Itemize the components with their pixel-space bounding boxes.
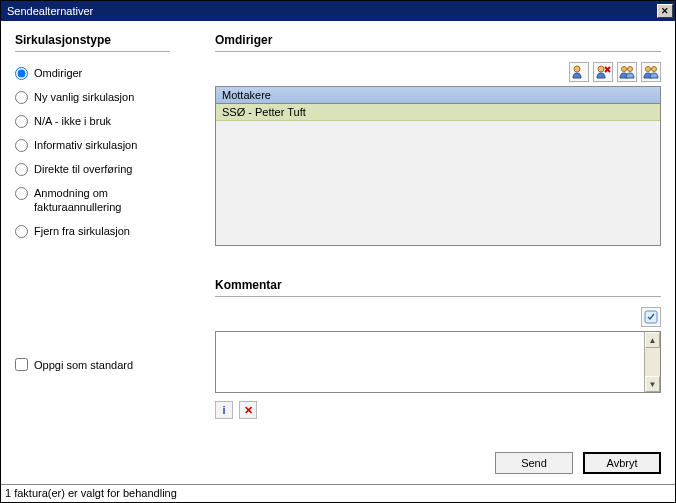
divider [215,51,661,52]
radio-label: Omdiriger [34,66,82,80]
radio-input[interactable] [15,115,28,128]
redirect-title: Omdiriger [215,33,661,47]
comment-textarea-container: ▲ ▼ [215,331,661,393]
info-button[interactable]: i [215,401,233,419]
circulation-type-group: Omdiriger Ny vanlig sirkulasjon N/A - ik… [15,66,195,238]
group-button-1[interactable] [617,62,637,82]
divider [15,51,170,52]
send-button[interactable]: Send [495,452,573,474]
comment-section: Kommentar ▲ ▼ i ✕ [215,278,661,419]
delete-button[interactable]: ✕ [239,401,257,419]
radio-label: Ny vanlig sirkulasjon [34,90,134,104]
status-bar: 1 faktura(er) er valgt for behandling [1,484,675,502]
right-panel: Omdiriger Mottakere SSØ - Petter Tuft [215,33,661,438]
radio-label: N/A - ikke i bruk [34,114,111,128]
circulation-type-title: Sirkulasjonstype [15,33,195,47]
svg-point-1 [598,66,604,72]
comment-textarea[interactable] [216,332,644,392]
radio-label: Informativ sirkulasjon [34,138,137,152]
left-panel: Sirkulasjonstype Omdiriger Ny vanlig sir… [15,33,195,438]
svg-point-0 [574,66,580,72]
radio-input[interactable] [15,67,28,80]
radio-fjern[interactable]: Fjern fra sirkulasjon [15,224,195,238]
group-button-2[interactable] [641,62,661,82]
close-icon: ✕ [661,6,669,16]
button-bar: Send Avbryt [1,446,675,484]
titlebar: Sendealternativer ✕ [1,1,675,21]
svg-point-6 [646,67,651,72]
radio-input[interactable] [15,225,28,238]
divider [215,296,661,297]
recipient-toolbar [215,62,661,82]
window-title: Sendealternativer [7,5,93,17]
dialog-window: Sendealternativer ✕ Sirkulasjonstype Omd… [0,0,676,503]
remove-user-button[interactable] [593,62,613,82]
edit-comment-button[interactable] [641,307,661,327]
radio-label: Anmodning om fakturaannullering [34,186,195,214]
scroll-up-button[interactable]: ▲ [645,332,660,348]
person-add-icon [571,64,587,80]
info-icon: i [222,404,225,416]
default-checkbox-row[interactable]: Oppgi som standard [15,358,195,371]
status-text: 1 faktura(er) er valgt for behandling [5,487,177,499]
radio-informativ[interactable]: Informativ sirkulasjon [15,138,195,152]
chevron-up-icon: ▲ [649,336,657,345]
add-user-button[interactable] [569,62,589,82]
group-icon [619,64,635,80]
radio-anmodning[interactable]: Anmodning om fakturaannullering [15,186,195,214]
radio-input[interactable] [15,187,28,200]
radio-label: Fjern fra sirkulasjon [34,224,130,238]
scroll-down-button[interactable]: ▼ [645,376,660,392]
chevron-down-icon: ▼ [649,380,657,389]
svg-point-7 [652,67,657,72]
radio-input[interactable] [15,91,28,104]
radio-direkte[interactable]: Direkte til overføring [15,162,195,176]
radio-na[interactable]: N/A - ikke i bruk [15,114,195,128]
delete-icon: ✕ [244,404,253,417]
radio-omdiriger[interactable]: Omdiriger [15,66,195,80]
close-button[interactable]: ✕ [657,4,673,18]
group-icon [643,64,659,80]
comment-toolbar [215,307,661,327]
svg-point-5 [628,67,633,72]
default-checkbox[interactable] [15,358,28,371]
radio-ny-vanlig[interactable]: Ny vanlig sirkulasjon [15,90,195,104]
radio-label: Direkte til overføring [34,162,132,176]
edit-icon [643,309,659,325]
list-header: Mottakere [216,87,660,104]
radio-input[interactable] [15,139,28,152]
comment-title: Kommentar [215,278,661,292]
recipients-list[interactable]: Mottakere SSØ - Petter Tuft [215,86,661,246]
scrollbar[interactable]: ▲ ▼ [644,332,660,392]
cancel-button[interactable]: Avbryt [583,452,661,474]
default-checkbox-label: Oppgi som standard [34,359,133,371]
content-area: Sirkulasjonstype Omdiriger Ny vanlig sir… [1,21,675,446]
list-item[interactable]: SSØ - Petter Tuft [216,104,660,121]
person-remove-icon [595,64,611,80]
radio-input[interactable] [15,163,28,176]
svg-point-4 [622,67,627,72]
comment-action-row: i ✕ [215,401,661,419]
